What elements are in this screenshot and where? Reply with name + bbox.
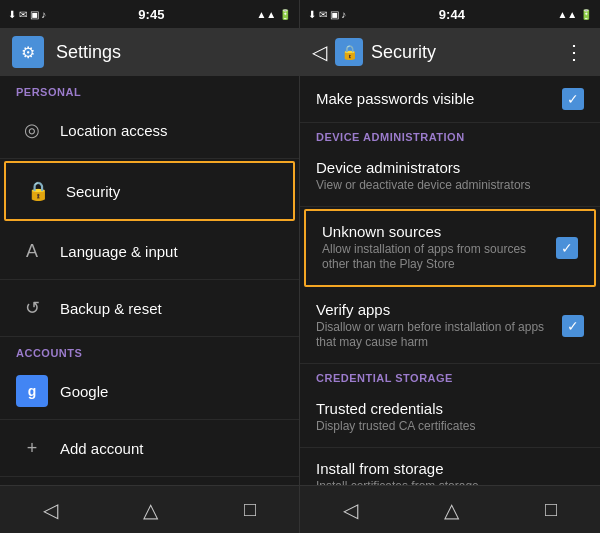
google-label: Google xyxy=(60,383,108,400)
right-status-bar: ⬇ ✉ ▣ ♪ 9:44 ▲▲ 🔋 xyxy=(300,0,600,28)
left-status-time: 9:45 xyxy=(138,7,164,22)
location-access-item[interactable]: ◎ Location access xyxy=(0,102,299,159)
backup-icon: ↺ xyxy=(16,292,48,324)
unknown-sources-item[interactable]: Unknown sources Allow installation of ap… xyxy=(304,209,596,287)
left-bottom-nav: ◁ △ □ xyxy=(0,485,299,533)
left-notification-icons: ⬇ ✉ ▣ ♪ xyxy=(8,9,46,20)
device-admin-section-header: DEVICE ADMINISTRATION xyxy=(300,123,600,147)
make-passwords-checkbox[interactable]: ✓ xyxy=(562,88,584,110)
settings-title: Settings xyxy=(56,42,121,63)
right-signal-icons: ▲▲ 🔋 xyxy=(557,9,592,20)
verify-apps-text: Verify apps Disallow or warn before inst… xyxy=(316,301,554,351)
personal-section-header: PERSONAL xyxy=(0,76,299,102)
right-notification-icons: ⬇ ✉ ▣ ♪ xyxy=(308,9,346,20)
left-home-button[interactable]: △ xyxy=(127,490,174,530)
language-icon: A xyxy=(16,235,48,267)
right-signal-icon: ▲▲ 🔋 xyxy=(557,9,592,20)
system-section-header: SYSTEM xyxy=(0,477,299,485)
device-administrators-subtitle: View or deactivate device administrators xyxy=(316,178,584,194)
language-input-item[interactable]: A Language & input xyxy=(0,223,299,280)
install-from-storage-item[interactable]: Install from storage Install certificate… xyxy=(300,448,600,485)
trusted-credentials-title: Trusted credentials xyxy=(316,400,584,417)
left-signal-icon: ▲▲ 🔋 xyxy=(256,9,291,20)
verify-apps-subtitle: Disallow or warn before installation of … xyxy=(316,320,554,351)
google-icon: g xyxy=(16,375,48,407)
unknown-sources-title: Unknown sources xyxy=(322,223,548,240)
add-account-label: Add account xyxy=(60,440,143,457)
install-from-storage-title: Install from storage xyxy=(316,460,584,477)
unknown-sources-subtitle: Allow installation of apps from sources … xyxy=(322,242,548,273)
make-passwords-visible-item[interactable]: Make passwords visible ✓ xyxy=(300,76,600,123)
security-item[interactable]: 🔒 Security xyxy=(4,161,295,221)
location-access-label: Location access xyxy=(60,122,168,139)
accounts-section-header: ACCOUNTS xyxy=(0,337,299,363)
unknown-sources-checkbox[interactable]: ✓ xyxy=(556,237,578,259)
add-account-icon: + xyxy=(16,432,48,464)
verify-apps-item[interactable]: Verify apps Disallow or warn before inst… xyxy=(300,289,600,364)
device-administrators-item[interactable]: Device administrators View or deactivate… xyxy=(300,147,600,207)
verify-apps-checkbox[interactable]: ✓ xyxy=(562,315,584,337)
left-status-icons: ⬇ ✉ ▣ ♪ xyxy=(8,9,46,20)
security-label: Security xyxy=(66,183,120,200)
location-icon: ◎ xyxy=(16,114,48,146)
security-page-title: Security xyxy=(371,42,556,63)
security-settings-list: Make passwords visible ✓ DEVICE ADMINIST… xyxy=(300,76,600,485)
more-options-button[interactable]: ⋮ xyxy=(556,36,592,68)
unknown-sources-text: Unknown sources Allow installation of ap… xyxy=(322,223,548,273)
security-app-icon: 🔒 xyxy=(335,38,363,66)
back-button[interactable]: ◁ xyxy=(308,36,331,68)
trusted-credentials-item[interactable]: Trusted credentials Display trusted CA c… xyxy=(300,388,600,448)
device-administrators-title: Device administrators xyxy=(316,159,584,176)
make-passwords-title: Make passwords visible xyxy=(316,90,554,107)
right-status-icon: ⬇ ✉ ▣ ♪ xyxy=(308,9,346,20)
add-account-item[interactable]: + Add account xyxy=(0,420,299,477)
make-passwords-text: Make passwords visible xyxy=(316,90,554,109)
trusted-credentials-subtitle: Display trusted CA certificates xyxy=(316,419,584,435)
security-top-bar: ◁ 🔒 Security ⋮ xyxy=(300,28,600,76)
security-icon: 🔒 xyxy=(22,175,54,207)
backup-reset-item[interactable]: ↺ Backup & reset xyxy=(0,280,299,337)
backup-reset-label: Backup & reset xyxy=(60,300,162,317)
settings-app-icon: ⚙ xyxy=(12,36,44,68)
left-back-button[interactable]: ◁ xyxy=(27,490,74,530)
right-recent-button[interactable]: □ xyxy=(529,490,573,529)
right-status-time: 9:44 xyxy=(439,7,465,22)
right-back-button[interactable]: ◁ xyxy=(327,490,374,530)
right-bottom-nav: ◁ △ □ xyxy=(300,485,600,533)
settings-list: PERSONAL ◎ Location access 🔒 Security A … xyxy=(0,76,299,485)
right-home-button[interactable]: △ xyxy=(428,490,475,530)
credential-storage-section-header: CREDENTIAL STORAGE xyxy=(300,364,600,388)
google-item[interactable]: g Google xyxy=(0,363,299,420)
left-status-bar: ⬇ ✉ ▣ ♪ 9:45 ▲▲ 🔋 xyxy=(0,0,299,28)
verify-apps-title: Verify apps xyxy=(316,301,554,318)
left-top-bar: ⚙ Settings xyxy=(0,28,299,76)
left-signal-icons: ▲▲ 🔋 xyxy=(256,9,291,20)
language-input-label: Language & input xyxy=(60,243,178,260)
left-recent-button[interactable]: □ xyxy=(228,490,272,529)
right-phone-panel: ⬇ ✉ ▣ ♪ 9:44 ▲▲ 🔋 ◁ 🔒 Security ⋮ Make pa… xyxy=(300,0,600,533)
left-phone-panel: ⬇ ✉ ▣ ♪ 9:45 ▲▲ 🔋 ⚙ Settings PERSONAL ◎ … xyxy=(0,0,300,533)
